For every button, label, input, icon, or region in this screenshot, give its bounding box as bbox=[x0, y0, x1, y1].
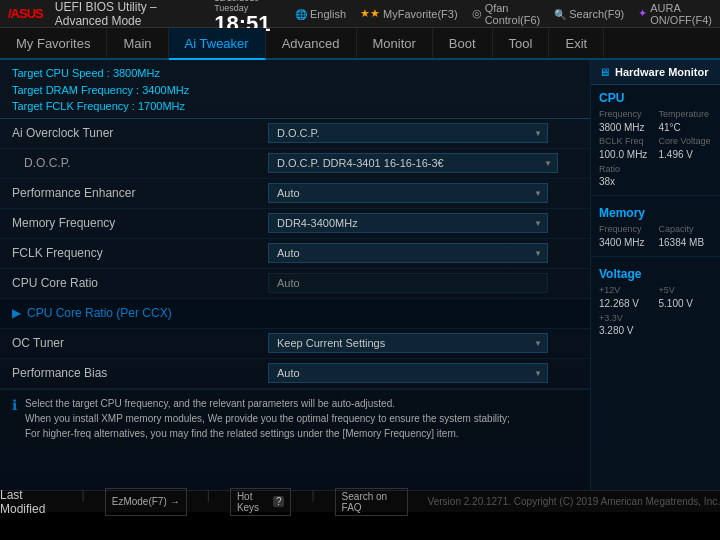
performance-enhancer-value: Auto Level 1 Level 2 bbox=[260, 179, 590, 207]
tab-boot[interactable]: Boot bbox=[433, 28, 493, 58]
mem-capacity-value: 16384 MB bbox=[659, 237, 713, 248]
hw-cpu-section: CPU Frequency Temperature 3800 MHz 41°C … bbox=[591, 85, 720, 191]
mem-freq-label: Frequency bbox=[599, 224, 653, 234]
performance-enhancer-select-wrapper[interactable]: Auto Level 1 Level 2 bbox=[268, 183, 548, 203]
fclk-frequency-label: FCLK Frequency bbox=[0, 242, 260, 264]
memory-frequency-label: Memory Frequency bbox=[0, 212, 260, 234]
memory-frequency-select-wrapper[interactable]: DDR4-3400MHz Auto DDR4-2133MHz bbox=[268, 213, 548, 233]
notice-text: Select the target CPU frequency, and the… bbox=[25, 396, 510, 441]
oc-tuner-label: OC Tuner bbox=[0, 332, 260, 354]
tab-ai-tweaker[interactable]: Ai Tweaker bbox=[169, 28, 266, 60]
fan-icon bbox=[472, 7, 482, 20]
performance-enhancer-row: Performance Enhancer Auto Level 1 Level … bbox=[0, 179, 590, 209]
performance-bias-row: Performance Bias Auto bbox=[0, 359, 590, 389]
ai-overclock-tuner-select[interactable]: D.O.C.P. Auto Manual bbox=[268, 123, 548, 143]
oc-tuner-value: Keep Current Settings Auto bbox=[260, 329, 590, 357]
performance-bias-value: Auto bbox=[260, 359, 590, 387]
cpu-memory-divider bbox=[591, 195, 720, 196]
settings-table: Ai Overclock Tuner D.O.C.P. Auto Manual … bbox=[0, 119, 590, 389]
search-faq-button[interactable]: Search on FAQ bbox=[335, 488, 408, 516]
hw-memory-title: Memory bbox=[599, 206, 712, 220]
footer: Last Modified | EzMode(F7) → | Hot Keys … bbox=[0, 490, 720, 512]
language-selector[interactable]: English bbox=[295, 8, 346, 20]
cpu-freq-label: Frequency bbox=[599, 109, 653, 119]
memory-voltage-divider bbox=[591, 256, 720, 257]
search-shortcut[interactable]: Search(F9) bbox=[554, 8, 624, 20]
top-bar: /ASUS UEFI BIOS Utility – Advanced Mode … bbox=[0, 0, 720, 28]
tab-my-favorites[interactable]: My Favorites bbox=[0, 28, 107, 58]
hw-voltage-title: Voltage bbox=[599, 267, 712, 281]
hw-monitor-header: 🖥 Hardware Monitor bbox=[591, 60, 720, 85]
ez-mode-button[interactable]: EzMode(F7) → bbox=[105, 488, 187, 516]
monitor-icon: 🖥 bbox=[599, 66, 610, 78]
hw-memory-section: Memory Frequency Capacity 3400 MHz 16384… bbox=[591, 200, 720, 252]
docp-select-wrapper[interactable]: D.O.C.P. DDR4-3401 16-16-16-3€ bbox=[268, 153, 558, 173]
footer-sep-3: | bbox=[311, 488, 314, 516]
fclk-frequency-select-wrapper[interactable]: Auto 800MHz 1700MHz bbox=[268, 243, 548, 263]
hw-cpu-grid: Frequency Temperature 3800 MHz 41°C BCLK… bbox=[599, 109, 712, 160]
ai-overclock-tuner-value: D.O.C.P. Auto Manual bbox=[260, 119, 590, 147]
star-icon: ★ bbox=[360, 7, 380, 20]
performance-bias-select[interactable]: Auto bbox=[268, 363, 548, 383]
docp-label: D.O.C.P. bbox=[0, 152, 260, 174]
hot-keys-label: Hot Keys bbox=[237, 491, 270, 513]
notice-bar: ℹ Select the target CPU frequency, and t… bbox=[0, 389, 590, 447]
tab-tool[interactable]: Tool bbox=[493, 28, 550, 58]
hot-keys-button[interactable]: Hot Keys ? bbox=[230, 488, 292, 516]
bclk-freq-label: BCLK Freq bbox=[599, 136, 653, 146]
hw-cpu-title: CPU bbox=[599, 91, 712, 105]
tab-main[interactable]: Main bbox=[107, 28, 168, 58]
docp-row: D.O.C.P. D.O.C.P. DDR4-3401 16-16-16-3€ bbox=[0, 149, 590, 179]
memory-frequency-row: Memory Frequency DDR4-3400MHz Auto DDR4-… bbox=[0, 209, 590, 239]
fclk-frequency-select[interactable]: Auto 800MHz 1700MHz bbox=[268, 243, 548, 263]
language-label: English bbox=[310, 8, 346, 20]
cpu-temp-label: Temperature bbox=[659, 109, 713, 119]
top-bar-right: English ★ MyFavorite(F3) Qfan Control(F6… bbox=[295, 2, 712, 26]
docp-select[interactable]: D.O.C.P. DDR4-3401 16-16-16-3€ bbox=[268, 153, 558, 173]
hot-keys-badge: ? bbox=[273, 496, 285, 507]
performance-bias-label: Performance Bias bbox=[0, 362, 260, 384]
ez-mode-label: EzMode(F7) bbox=[112, 496, 167, 507]
my-favorites-shortcut[interactable]: ★ MyFavorite(F3) bbox=[360, 7, 458, 20]
info-icon: ℹ bbox=[12, 397, 17, 413]
cpu-core-ratio-per-ccx-row[interactable]: ▶ CPU Core Ratio (Per CCX) bbox=[0, 299, 590, 329]
ai-overclock-tuner-label: Ai Overclock Tuner bbox=[0, 122, 260, 144]
performance-bias-select-wrapper[interactable]: Auto bbox=[268, 363, 548, 383]
ratio-label: Ratio bbox=[599, 164, 712, 174]
hw-voltage-section: Voltage +12V +5V 12.268 V 5.100 V +3.3V … bbox=[591, 261, 720, 340]
footer-left: Last Modified | EzMode(F7) → | Hot Keys … bbox=[0, 488, 408, 516]
expand-arrow-icon: ▶ bbox=[12, 306, 21, 320]
tab-exit[interactable]: Exit bbox=[549, 28, 604, 58]
ai-overclock-tuner-row: Ai Overclock Tuner D.O.C.P. Auto Manual bbox=[0, 119, 590, 149]
aura-shortcut[interactable]: AURA ON/OFF(F4) bbox=[638, 2, 712, 26]
performance-enhancer-label: Performance Enhancer bbox=[0, 182, 260, 204]
mem-capacity-label: Capacity bbox=[659, 224, 713, 234]
aura-icon bbox=[638, 7, 647, 20]
ai-overclock-tuner-select-wrapper[interactable]: D.O.C.P. Auto Manual bbox=[268, 123, 548, 143]
oc-tuner-select[interactable]: Keep Current Settings Auto bbox=[268, 333, 548, 353]
tab-advanced[interactable]: Advanced bbox=[266, 28, 357, 58]
main-layout: Target CPU Speed : 3800MHz Target DRAM F… bbox=[0, 60, 720, 490]
core-voltage-label: Core Voltage bbox=[659, 136, 713, 146]
nav-bar: My Favorites Main Ai Tweaker Advanced Mo… bbox=[0, 28, 720, 60]
v33-label: +3.3V bbox=[599, 313, 712, 323]
cpu-core-ratio-label: CPU Core Ratio bbox=[0, 272, 260, 294]
v5-value: 5.100 V bbox=[659, 298, 713, 309]
qfan-shortcut[interactable]: Qfan Control(F6) bbox=[472, 2, 541, 26]
search-faq-label: Search on FAQ bbox=[342, 491, 401, 513]
v12-label: +12V bbox=[599, 285, 653, 295]
ez-mode-arrow-icon: → bbox=[170, 496, 180, 507]
cpu-speed-info: Target CPU Speed : 3800MHz bbox=[12, 65, 578, 82]
docp-value: D.O.C.P. DDR4-3401 16-16-16-3€ bbox=[260, 149, 590, 177]
memory-frequency-select[interactable]: DDR4-3400MHz Auto DDR4-2133MHz bbox=[268, 213, 548, 233]
fclk-freq-info: Target FCLK Frequency : 1700MHz bbox=[12, 98, 578, 115]
tab-monitor[interactable]: Monitor bbox=[357, 28, 433, 58]
core-voltage-value: 1.496 V bbox=[659, 149, 713, 160]
dram-freq-info: Target DRAM Frequency : 3400MHz bbox=[12, 82, 578, 99]
hw-monitor-title: Hardware Monitor bbox=[615, 66, 709, 78]
cpu-core-ratio-row: CPU Core Ratio Auto bbox=[0, 269, 590, 299]
oc-tuner-row: OC Tuner Keep Current Settings Auto bbox=[0, 329, 590, 359]
oc-tuner-select-wrapper[interactable]: Keep Current Settings Auto bbox=[268, 333, 548, 353]
hw-memory-grid: Frequency Capacity 3400 MHz 16384 MB bbox=[599, 224, 712, 248]
performance-enhancer-select[interactable]: Auto Level 1 Level 2 bbox=[268, 183, 548, 203]
